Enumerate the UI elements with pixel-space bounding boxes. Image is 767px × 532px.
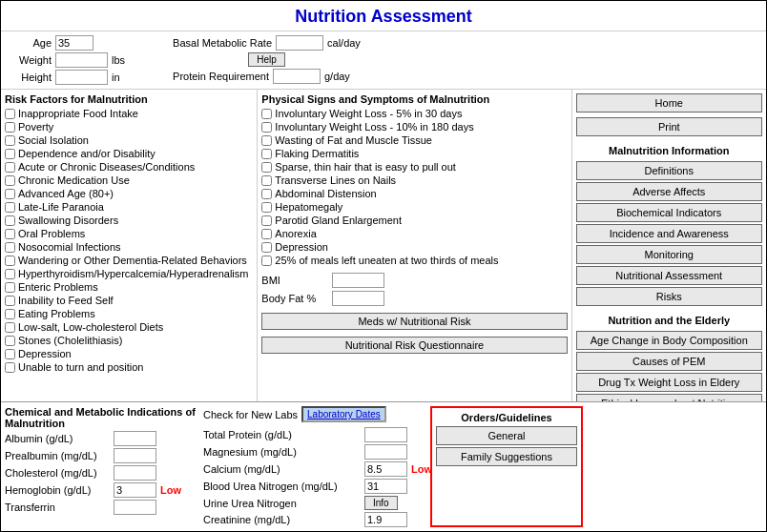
elderly-nav-button[interactable]: Drug Tx Weight Loss in Eldery: [576, 373, 763, 392]
list-item: Depression: [5, 347, 253, 360]
risk-factor-checkbox[interactable]: [5, 215, 15, 226]
lab-input[interactable]: [364, 512, 407, 527]
risk-factor-checkbox[interactable]: [5, 362, 15, 373]
protein-input[interactable]: [273, 69, 321, 84]
orders-button[interactable]: Family Suggestions: [436, 447, 577, 466]
risk-factor-checkbox[interactable]: [5, 296, 15, 306]
chem-row: Prealbumin (mg/dL): [5, 448, 196, 463]
list-item: Wasting of Fat and Muscle Tissue: [261, 133, 567, 147]
physical-sign-checkbox[interactable]: [261, 189, 272, 199]
list-item: Wandering or Other Dementia-Related Beha…: [5, 254, 253, 267]
physical-sign-checkbox[interactable]: [261, 215, 272, 226]
list-item: Late-Life Paranoia: [5, 200, 253, 214]
risk-factor-checkbox[interactable]: [5, 162, 15, 173]
list-item: Eating Problems: [5, 307, 253, 320]
physical-sign-checkbox[interactable]: [261, 109, 272, 119]
risk-factor-checkbox[interactable]: [5, 322, 15, 333]
lab-input[interactable]: [364, 444, 407, 460]
malnutrition-nav-button[interactable]: Monitoring: [576, 245, 763, 264]
risk-factor-checkbox[interactable]: [5, 135, 15, 146]
physical-sign-checkbox[interactable]: [261, 122, 272, 133]
age-input[interactable]: [55, 35, 93, 51]
chem-row: Albumin (g/dL): [5, 431, 196, 446]
physical-sign-label: Parotid Gland Enlargement: [275, 214, 402, 227]
elderly-nav-button[interactable]: Causes of PEM: [576, 352, 763, 371]
risk-factor-checkbox[interactable]: [5, 189, 15, 199]
bmi-input[interactable]: [332, 273, 384, 288]
malnutrition-nav-button[interactable]: Incidence and Awareness: [576, 224, 763, 243]
list-item: Involuntary Weight Loss - 5% in 30 days: [261, 107, 567, 120]
physical-sign-checkbox[interactable]: [261, 256, 272, 266]
physical-sign-checkbox[interactable]: [261, 135, 272, 146]
print-button[interactable]: Print: [576, 117, 763, 136]
risk-factor-checkbox[interactable]: [5, 149, 15, 159]
list-item: Inappropriate Food Intake: [5, 107, 253, 120]
chem-input[interactable]: [114, 482, 156, 498]
lab-row: Creatinine (mg/dL): [203, 512, 423, 527]
physical-sign-checkbox[interactable]: [261, 162, 272, 173]
risk-factor-label: Stones (Cholelithiasis): [18, 334, 122, 347]
risk-factor-checkbox[interactable]: [5, 309, 15, 319]
risk-factor-checkbox[interactable]: [5, 269, 15, 279]
lab-input[interactable]: [364, 427, 407, 442]
risk-factor-label: Eating Problems: [18, 307, 95, 320]
physical-sign-checkbox[interactable]: [261, 242, 272, 253]
physical-sign-checkbox[interactable]: [261, 229, 272, 239]
malnutrition-nav-button[interactable]: Biochemical Indicators: [576, 203, 763, 222]
risk-factor-label: Chronic Medication Use: [18, 174, 130, 187]
orders-button[interactable]: General: [436, 426, 577, 445]
malnutrition-nav-button[interactable]: Risks: [576, 287, 763, 306]
chem-label: Transferrin: [5, 501, 110, 513]
weight-input[interactable]: [55, 52, 108, 68]
physical-sign-checkbox[interactable]: [261, 202, 272, 213]
risk-factor-label: Social Isolation: [18, 133, 89, 147]
meds-nutritional-risk-button[interactable]: Meds w/ Nutritional Risk: [261, 313, 567, 330]
risk-factor-checkbox[interactable]: [5, 175, 15, 186]
malnutrition-nav-button[interactable]: Nutritional Assessment: [576, 266, 763, 285]
risk-factor-label: Depression: [18, 347, 72, 360]
lab-dates-button[interactable]: Laboratory Dates: [301, 406, 386, 422]
list-item: Anorexia: [261, 227, 567, 240]
list-item: Stones (Cholelithiasis): [5, 334, 253, 347]
lab-input[interactable]: [364, 479, 407, 494]
height-input[interactable]: [55, 70, 108, 85]
elderly-nav-button[interactable]: Age Change in Body Composition: [576, 331, 763, 350]
malnutrition-nav-button[interactable]: Adverse Affects: [576, 182, 763, 201]
malnutrition-info-header: Malnutrition Information: [576, 145, 763, 156]
physical-sign-checkbox[interactable]: [261, 149, 272, 159]
chem-input[interactable]: [114, 465, 156, 481]
risk-factor-checkbox[interactable]: [5, 336, 15, 346]
risk-factor-checkbox[interactable]: [5, 202, 15, 213]
risk-factor-checkbox[interactable]: [5, 229, 15, 239]
list-item: Chronic Medication Use: [5, 174, 253, 187]
chem-input[interactable]: [114, 500, 156, 515]
risk-factor-checkbox[interactable]: [5, 256, 15, 266]
bmr-input[interactable]: [276, 35, 323, 51]
risk-factor-checkbox[interactable]: [5, 282, 15, 293]
risk-factor-checkbox[interactable]: [5, 242, 15, 253]
body-fat-input[interactable]: [332, 291, 384, 306]
physical-sign-label: Involuntary Weight Loss - 5% in 30 days: [275, 107, 462, 120]
help-button[interactable]: Help: [248, 52, 285, 67]
home-button[interactable]: Home: [576, 93, 763, 113]
chem-label: Cholesterol (mg/dL): [5, 467, 110, 479]
risk-factor-label: Nosocomial Infections: [18, 240, 121, 254]
risk-factor-checkbox[interactable]: [5, 349, 15, 359]
elderly-nav-button[interactable]: Ethical Issues about Nutrition: [576, 394, 763, 401]
list-item: Swallowing Disorders: [5, 214, 253, 227]
list-item: Depression: [261, 240, 567, 254]
physical-sign-checkbox[interactable]: [261, 175, 272, 186]
list-item: Oral Problems: [5, 227, 253, 240]
list-item: 25% of meals left uneaten at two thirds …: [261, 254, 567, 267]
risk-factor-label: Unable to turn and position: [18, 360, 143, 374]
info-button[interactable]: Info: [364, 496, 398, 510]
lab-input[interactable]: [364, 461, 407, 477]
chem-input[interactable]: [114, 431, 156, 446]
risk-factor-checkbox[interactable]: [5, 109, 15, 119]
physical-sign-label: Sparse, thin hair that is easy to pull o…: [275, 160, 456, 174]
chem-label: Albumin (g/dL): [5, 433, 110, 444]
nutritional-risk-questionnaire-button[interactable]: Nutritional Risk Questionnaire: [261, 337, 567, 354]
chem-input[interactable]: [114, 448, 156, 463]
risk-factor-checkbox[interactable]: [5, 122, 15, 133]
malnutrition-nav-button[interactable]: Definitions: [576, 161, 763, 180]
